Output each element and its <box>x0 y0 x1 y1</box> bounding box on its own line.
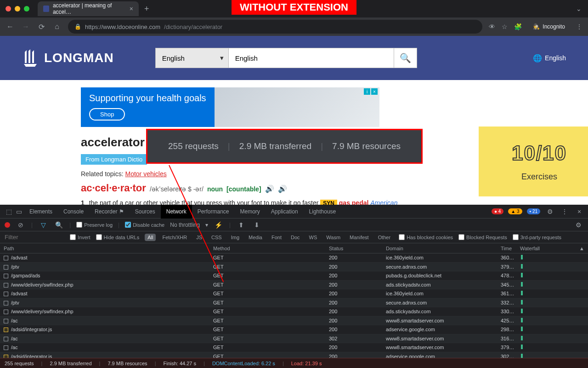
col-waterfall[interactable]: Waterfall ▲ <box>516 246 588 251</box>
type-filter-media[interactable]: Media <box>246 234 265 241</box>
info-count-badge[interactable]: ▪ 21 <box>527 208 540 214</box>
type-filter-css[interactable]: CSS <box>209 234 225 241</box>
devtools-tab-console[interactable]: Console <box>58 205 89 218</box>
menu-icon[interactable]: ⋮ <box>576 23 582 30</box>
bookmark-icon[interactable]: ☆ <box>502 23 508 30</box>
menu-icon[interactable]: ⋮ <box>560 208 570 215</box>
col-domain[interactable]: Domain <box>382 246 497 251</box>
third-party-checkbox[interactable]: 3rd-party requests <box>513 234 561 240</box>
devtools-tab-sources[interactable]: Sources <box>130 205 161 218</box>
def-link[interactable]: foot <box>251 199 262 205</box>
record-icon[interactable] <box>5 222 10 228</box>
table-row[interactable]: /www/delivery/swfIndex.phpGET200ads.stic… <box>0 307 588 316</box>
table-row[interactable]: /advastGET200ice.360yield.com361… <box>0 289 588 299</box>
devtools-status-bar: 255 requests| 2.9 MB transferred| 7.9 MB… <box>0 358 588 368</box>
window-controls[interactable] <box>6 6 29 12</box>
inspect-icon[interactable]: ⬚ <box>4 208 14 215</box>
devtools-tab-application[interactable]: Application <box>266 205 304 218</box>
type-filter-ws[interactable]: WS <box>306 234 320 241</box>
ad-banner[interactable]: Supporting your health goals Shop Walmar… <box>81 87 379 127</box>
wifi-icon[interactable]: ⚡ <box>214 221 224 229</box>
browser-tab[interactable]: accelerator | meaning of accel… × <box>38 1 139 16</box>
table-row[interactable]: /advastGET200ice.360yield.com360… <box>0 253 588 263</box>
devtools-tab-lighthouse[interactable]: Lighthouse <box>304 205 342 218</box>
type-filter-manifest[interactable]: Manifest <box>347 234 372 241</box>
gear-icon[interactable]: ⚙ <box>573 221 583 229</box>
audio-us-icon[interactable]: 🔊 <box>278 184 287 193</box>
type-filter-fetchxhr[interactable]: Fetch/XHR <box>159 234 190 241</box>
close-tab-icon[interactable]: × <box>130 5 133 12</box>
def-link[interactable]: faster <box>302 199 318 205</box>
gear-icon[interactable]: ⚙ <box>545 208 555 215</box>
exercises-panel[interactable]: 10/10 Exercises <box>479 126 588 196</box>
type-filter-font[interactable]: Font <box>269 234 284 241</box>
language-switch[interactable]: 🌐 English <box>533 54 566 63</box>
blocked-requests-checkbox[interactable]: Blocked Requests <box>458 234 507 240</box>
cross-ref[interactable]: gas pedal <box>339 199 369 205</box>
download-icon[interactable]: ⬇ <box>252 221 262 229</box>
filter-input[interactable] <box>5 234 64 241</box>
devtools-tab-performance[interactable]: Performance <box>192 205 235 218</box>
forward-icon[interactable]: → <box>21 23 30 31</box>
table-row[interactable]: /adsid/integrator.jsGET200adservice.goog… <box>0 352 588 358</box>
table-row[interactable]: /acGET200www8.smartadserver.com425… <box>0 316 588 326</box>
devtools-tab-recorder[interactable]: Recorder ⚑ <box>89 205 130 218</box>
col-time[interactable]: Time <box>497 246 516 251</box>
type-filter-doc[interactable]: Doc <box>288 234 303 241</box>
type-filter-all[interactable]: All <box>145 234 156 241</box>
search-input[interactable]: English <box>229 48 394 68</box>
table-row[interactable]: /gampad/adsGET200pubads.g.doubleclick.ne… <box>0 271 588 281</box>
close-icon[interactable]: × <box>574 208 584 215</box>
device-icon[interactable]: ▭ <box>14 208 24 215</box>
warning-count-badge[interactable]: ▲ 3 <box>508 208 522 214</box>
disable-cache-checkbox[interactable]: Disable cache <box>125 222 164 228</box>
type-filter-other[interactable]: Other <box>375 234 394 241</box>
def-link[interactable]: press <box>206 199 222 205</box>
maximize-window-icon[interactable] <box>24 6 29 12</box>
reload-icon[interactable]: ⟳ <box>37 23 46 31</box>
home-icon[interactable]: ⌂ <box>52 23 62 31</box>
col-method[interactable]: Method <box>209 246 325 251</box>
table-row[interactable]: /acGET200www8.smartadserver.com379… <box>0 343 588 352</box>
devtools-tab-network[interactable]: Network <box>161 205 192 218</box>
search-button[interactable]: 🔍 <box>394 48 417 68</box>
clear-icon[interactable]: ⊘ <box>16 221 26 229</box>
back-icon[interactable]: ← <box>6 23 15 31</box>
audio-uk-icon[interactable]: 🔊 <box>265 184 274 193</box>
ad-info-icon[interactable]: i <box>364 88 370 95</box>
related-link[interactable]: Motor vehicles <box>125 170 167 178</box>
extensions-icon[interactable]: 🧩 <box>514 23 522 30</box>
new-tab-button[interactable]: + <box>144 4 149 14</box>
devtools-tab-elements[interactable]: Elements <box>24 205 58 218</box>
table-row[interactable]: /acGET302www8.smartadserver.com316… <box>0 334 588 344</box>
type-filter-wasm[interactable]: Wasm <box>323 234 343 241</box>
filter-icon[interactable]: ▽ <box>38 221 48 229</box>
def-text: the part of a car or other <box>89 199 160 205</box>
preserve-log-checkbox[interactable]: Preserve log <box>76 222 113 228</box>
blocked-cookies-checkbox[interactable]: Has blocked cookies <box>399 234 453 240</box>
eye-off-icon[interactable]: 👁 <box>489 23 495 30</box>
logo[interactable]: LONGMAN <box>22 48 114 68</box>
url-input[interactable]: 🔒 https://www.ldoceonline.com/dictionary… <box>68 20 482 34</box>
error-count-badge[interactable]: ● 4 <box>492 208 503 214</box>
col-status[interactable]: Status <box>325 246 382 251</box>
type-filter-img[interactable]: Img <box>228 234 242 241</box>
hide-data-urls-checkbox[interactable]: Hide data URLs <box>96 234 140 240</box>
ad-cta-button[interactable]: Shop <box>89 108 125 121</box>
search-icon[interactable]: 🔍 <box>54 221 64 229</box>
chevron-down-icon[interactable]: ▾ <box>205 222 208 228</box>
def-link[interactable]: vehicle <box>160 199 180 205</box>
table-row[interactable]: /ptvGET200secure.adnxs.com332… <box>0 299 588 308</box>
close-window-icon[interactable] <box>6 6 11 12</box>
ad-close-icon[interactable]: × <box>371 88 378 95</box>
minimize-window-icon[interactable] <box>15 6 20 12</box>
upload-icon[interactable]: ⬆ <box>236 221 246 229</box>
table-row[interactable]: /www/delivery/swfIndex.phpGET200ads.stic… <box>0 281 588 290</box>
language-select[interactable]: English <box>155 48 229 68</box>
tab-list-chevron-icon[interactable]: ⌄ <box>576 5 582 12</box>
col-path[interactable]: Path <box>0 246 209 251</box>
invert-checkbox[interactable]: Invert <box>70 234 90 240</box>
devtools-tab-memory[interactable]: Memory <box>235 205 266 218</box>
table-row[interactable]: /ptvGET200secure.adnxs.com379… <box>0 263 588 272</box>
table-row[interactable]: /adsid/integrator.jsGET200adservice.goog… <box>0 325 588 334</box>
